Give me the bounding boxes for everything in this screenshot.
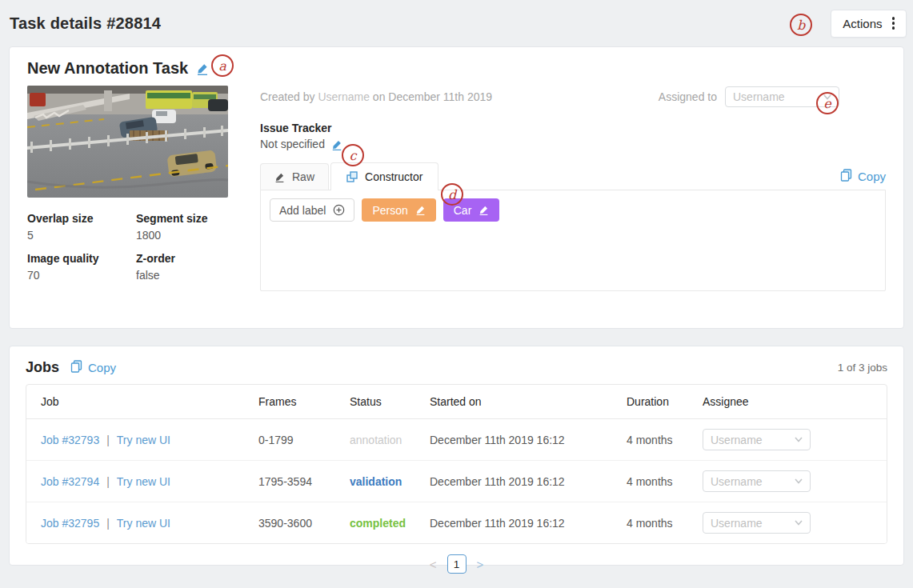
job-assignee-select[interactable]: Username [703,470,811,492]
param-overlap-size: Overlap size 5 [27,210,136,244]
page-title: Task details #28814 [10,14,161,33]
assigned-to-label: Assigned to [659,90,717,103]
actions-button[interactable]: Actions [831,10,907,38]
constructor-tab-content: Add label Person [260,190,886,291]
issue-tracker-block: Issue Tracker Not specified [260,120,886,153]
try-new-ui-link[interactable]: Try new UI [117,517,170,530]
page-header: Task details #28814 Actions [0,0,913,46]
chevron-down-icon [795,437,803,442]
param-z-order: Z-order false [136,250,228,284]
try-new-ui-link[interactable]: Try new UI [117,475,170,488]
edit-issue-tracker-icon[interactable] [331,139,342,150]
task-meta-column: Created by Username on December 11th 201… [260,86,886,291]
labels-tabs-area: Copy Raw Construc [260,162,886,291]
job-link[interactable]: Job #32795 [41,517,99,530]
issue-tracker-label: Issue Tracker [260,120,886,136]
pagination-next-button[interactable]: > [477,558,484,570]
created-by-line: Created by Username on December 11th 201… [260,90,492,103]
job-assignee-select[interactable]: Username [703,512,811,534]
job-row: Job #32794|Try new UI 1795-3594 validati… [26,461,887,502]
tab-raw[interactable]: Raw [260,163,329,190]
jobs-copy-button[interactable]: Copy [70,360,116,375]
tab-constructor[interactable]: Constructor [330,162,438,190]
label-chip-car[interactable]: Car [443,198,500,222]
copy-icon [70,360,82,375]
job-duration: 4 months [620,502,696,544]
jobs-table-header: Job Frames Status Started on Duration As… [26,385,887,419]
issue-tracker-value: Not specified [260,136,325,153]
more-icon [892,17,895,30]
task-details-card: New Annotation Task [9,46,904,329]
job-status: validation [343,461,423,502]
job-status: annotation [343,419,423,461]
job-row: Job #32795|Try new UI 3590-3600 complete… [26,502,887,544]
param-image-quality: Image quality 70 [27,250,136,284]
jobs-title: Jobs [26,359,59,376]
try-new-ui-link[interactable]: Try new UI [117,434,170,446]
jobs-count: 1 of 3 jobs [838,362,887,374]
add-label-button[interactable]: Add label [270,198,354,222]
job-started-on: December 11th 2019 16:12 [423,502,620,544]
job-status: completed [343,502,423,544]
plus-circle-icon [333,204,345,216]
edit-task-name-icon[interactable] [196,62,209,75]
edit-label-icon [479,205,489,215]
task-parameters: Overlap size 5 Segment size 1800 Image q… [27,210,228,290]
pencil-icon [274,172,285,182]
label-chip-person[interactable]: Person [362,198,435,222]
job-link[interactable]: Job #32793 [41,434,99,446]
actions-button-label: Actions [843,17,882,30]
column-frames: Frames [252,385,343,419]
job-row: Job #32793|Try new UI 0-1799 annotation … [26,419,887,461]
pagination-page-1[interactable]: 1 [447,554,467,574]
chevron-down-icon [795,520,803,526]
job-link[interactable]: Job #32794 [41,475,99,488]
job-duration: 4 months [620,461,696,502]
job-started-on: December 11th 2019 16:12 [423,461,620,502]
column-started-on: Started on [423,385,620,419]
task-preview-image [27,86,228,198]
param-segment-size: Segment size 1800 [136,210,228,244]
chevron-down-icon [823,94,831,100]
job-duration: 4 months [620,419,696,461]
edit-label-icon [415,205,426,215]
task-summary-column: Overlap size 5 Segment size 1800 Image q… [27,86,228,291]
jobs-card: Jobs Copy 1 of 3 jobs Job Frames Status … [9,346,904,566]
job-assignee-select[interactable]: Username [703,429,811,450]
job-frames: 3590-3600 [252,502,343,544]
pagination-prev-button[interactable]: < [430,558,437,570]
column-status: Status [343,385,423,419]
column-duration: Duration [620,385,696,419]
job-frames: 0-1799 [252,419,343,461]
column-assignee: Assignee [696,385,887,419]
column-job: Job [26,385,252,419]
chevron-down-icon [795,478,803,484]
task-name: New Annotation Task [27,59,188,78]
task-assignee-select[interactable]: Username [725,86,839,107]
block-icon [346,171,358,182]
creator-username: Username [318,90,370,103]
job-frames: 1795-3594 [252,461,343,502]
jobs-pagination: < 1 > [26,554,887,574]
task-details-page: Task details #28814 Actions New Annotati… [0,0,913,588]
jobs-table: Job Frames Status Started on Duration As… [26,384,887,544]
job-started-on: December 11th 2019 16:12 [423,419,620,461]
